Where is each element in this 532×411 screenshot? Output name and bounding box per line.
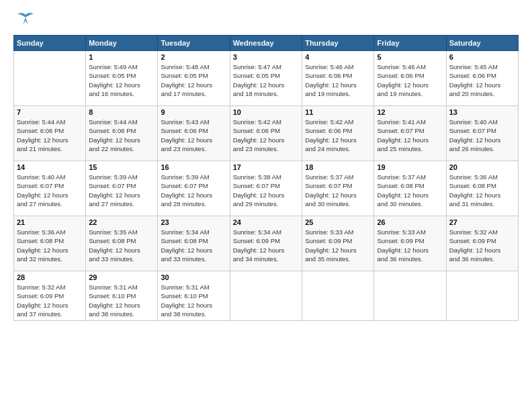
calendar-cell	[446, 271, 518, 321]
day-info: Sunrise: 5:46 AMSunset: 6:06 PMDaylight:…	[305, 62, 371, 98]
day-number: 21	[17, 218, 83, 226]
page: SundayMondayTuesdayWednesdayThursdayFrid…	[0, 0, 532, 411]
calendar: SundayMondayTuesdayWednesdayThursdayFrid…	[13, 35, 519, 321]
calendar-cell: 1Sunrise: 5:49 AMSunset: 6:05 PMDaylight…	[86, 51, 158, 106]
calendar-cell: 16Sunrise: 5:39 AMSunset: 6:07 PMDayligh…	[158, 161, 230, 216]
day-info: Sunrise: 5:44 AMSunset: 6:06 PMDaylight:…	[17, 118, 83, 153]
day-info: Sunrise: 5:36 AMSunset: 6:08 PMDaylight:…	[17, 228, 83, 263]
calendar-cell: 3Sunrise: 5:47 AMSunset: 6:05 PMDaylight…	[230, 51, 302, 106]
day-info: Sunrise: 5:31 AMSunset: 6:10 PMDaylight:…	[161, 283, 226, 318]
day-info: Sunrise: 5:42 AMSunset: 6:06 PMDaylight:…	[305, 118, 371, 153]
calendar-cell: 20Sunrise: 5:36 AMSunset: 6:08 PMDayligh…	[446, 161, 518, 216]
day-number: 28	[17, 273, 83, 281]
day-number: 19	[377, 163, 443, 171]
day-number: 22	[89, 218, 154, 226]
calendar-cell: 10Sunrise: 5:42 AMSunset: 6:06 PMDayligh…	[230, 106, 302, 161]
day-info: Sunrise: 5:40 AMSunset: 6:07 PMDaylight:…	[17, 173, 83, 208]
day-number: 30	[161, 273, 226, 281]
calendar-week-row: 14Sunrise: 5:40 AMSunset: 6:07 PMDayligh…	[14, 161, 519, 216]
day-number: 3	[233, 53, 299, 61]
day-number: 18	[305, 163, 371, 171]
calendar-cell: 24Sunrise: 5:34 AMSunset: 6:09 PMDayligh…	[230, 216, 302, 271]
day-info: Sunrise: 5:34 AMSunset: 6:09 PMDaylight:…	[233, 228, 299, 263]
day-number: 6	[449, 53, 515, 61]
header	[13, 12, 519, 30]
calendar-cell: 27Sunrise: 5:32 AMSunset: 6:09 PMDayligh…	[446, 216, 518, 271]
day-info: Sunrise: 5:39 AMSunset: 6:07 PMDaylight:…	[89, 173, 154, 208]
day-number: 16	[161, 163, 226, 171]
day-info: Sunrise: 5:34 AMSunset: 6:08 PMDaylight:…	[161, 228, 226, 263]
day-info: Sunrise: 5:37 AMSunset: 6:08 PMDaylight:…	[377, 173, 443, 208]
calendar-header-row: SundayMondayTuesdayWednesdayThursdayFrid…	[14, 36, 519, 51]
day-info: Sunrise: 5:46 AMSunset: 6:06 PMDaylight:…	[377, 62, 443, 98]
day-number: 23	[161, 218, 226, 226]
day-info: Sunrise: 5:40 AMSunset: 6:07 PMDaylight:…	[449, 118, 515, 153]
day-number: 1	[89, 53, 154, 61]
weekday-header: Wednesday	[230, 36, 302, 51]
day-number: 20	[449, 163, 515, 171]
calendar-cell: 9Sunrise: 5:43 AMSunset: 6:06 PMDaylight…	[158, 106, 230, 161]
calendar-cell: 15Sunrise: 5:39 AMSunset: 6:07 PMDayligh…	[86, 161, 158, 216]
calendar-cell: 5Sunrise: 5:46 AMSunset: 6:06 PMDaylight…	[374, 51, 446, 106]
calendar-week-row: 28Sunrise: 5:32 AMSunset: 6:09 PMDayligh…	[14, 271, 519, 321]
day-info: Sunrise: 5:39 AMSunset: 6:07 PMDaylight:…	[161, 173, 226, 208]
day-number: 5	[377, 53, 443, 61]
calendar-cell: 30Sunrise: 5:31 AMSunset: 6:10 PMDayligh…	[158, 271, 230, 321]
calendar-cell: 18Sunrise: 5:37 AMSunset: 6:07 PMDayligh…	[302, 161, 374, 216]
calendar-cell: 19Sunrise: 5:37 AMSunset: 6:08 PMDayligh…	[374, 161, 446, 216]
calendar-cell: 8Sunrise: 5:44 AMSunset: 6:06 PMDaylight…	[86, 106, 158, 161]
calendar-cell: 12Sunrise: 5:41 AMSunset: 6:07 PMDayligh…	[374, 106, 446, 161]
calendar-cell	[230, 271, 302, 321]
day-number: 2	[161, 53, 226, 61]
calendar-cell: 25Sunrise: 5:33 AMSunset: 6:09 PMDayligh…	[302, 216, 374, 271]
day-number: 14	[17, 163, 83, 171]
calendar-cell: 7Sunrise: 5:44 AMSunset: 6:06 PMDaylight…	[14, 106, 86, 161]
calendar-cell	[302, 271, 374, 321]
day-info: Sunrise: 5:49 AMSunset: 6:05 PMDaylight:…	[89, 62, 154, 98]
day-number: 7	[17, 108, 83, 116]
weekday-header: Friday	[374, 36, 446, 51]
calendar-cell: 28Sunrise: 5:32 AMSunset: 6:09 PMDayligh…	[14, 271, 86, 321]
day-info: Sunrise: 5:32 AMSunset: 6:09 PMDaylight:…	[449, 228, 515, 263]
calendar-week-row: 21Sunrise: 5:36 AMSunset: 6:08 PMDayligh…	[14, 216, 519, 271]
weekday-header: Saturday	[446, 36, 518, 51]
day-info: Sunrise: 5:32 AMSunset: 6:09 PMDaylight:…	[17, 283, 83, 318]
calendar-cell: 26Sunrise: 5:33 AMSunset: 6:09 PMDayligh…	[374, 216, 446, 271]
calendar-week-row: 1Sunrise: 5:49 AMSunset: 6:05 PMDaylight…	[14, 51, 519, 106]
calendar-cell	[14, 51, 86, 106]
weekday-header: Tuesday	[158, 36, 230, 51]
calendar-cell: 29Sunrise: 5:31 AMSunset: 6:10 PMDayligh…	[86, 271, 158, 321]
day-number: 13	[449, 108, 515, 116]
day-number: 9	[161, 108, 226, 116]
day-info: Sunrise: 5:33 AMSunset: 6:09 PMDaylight:…	[305, 228, 371, 263]
logo-bird-icon	[16, 12, 35, 30]
calendar-week-row: 7Sunrise: 5:44 AMSunset: 6:06 PMDaylight…	[14, 106, 519, 161]
day-number: 25	[305, 218, 371, 226]
day-info: Sunrise: 5:36 AMSunset: 6:08 PMDaylight:…	[449, 173, 515, 208]
logo	[13, 12, 35, 30]
calendar-cell: 23Sunrise: 5:34 AMSunset: 6:08 PMDayligh…	[158, 216, 230, 271]
day-number: 11	[305, 108, 371, 116]
day-info: Sunrise: 5:33 AMSunset: 6:09 PMDaylight:…	[377, 228, 443, 263]
calendar-cell: 11Sunrise: 5:42 AMSunset: 6:06 PMDayligh…	[302, 106, 374, 161]
day-info: Sunrise: 5:37 AMSunset: 6:07 PMDaylight:…	[305, 173, 371, 208]
day-number: 12	[377, 108, 443, 116]
calendar-cell: 13Sunrise: 5:40 AMSunset: 6:07 PMDayligh…	[446, 106, 518, 161]
day-number: 15	[89, 163, 154, 171]
calendar-cell	[374, 271, 446, 321]
day-info: Sunrise: 5:38 AMSunset: 6:07 PMDaylight:…	[233, 173, 299, 208]
day-info: Sunrise: 5:45 AMSunset: 6:06 PMDaylight:…	[449, 62, 515, 98]
calendar-cell: 2Sunrise: 5:48 AMSunset: 6:05 PMDaylight…	[158, 51, 230, 106]
day-number: 8	[89, 108, 154, 116]
calendar-cell: 21Sunrise: 5:36 AMSunset: 6:08 PMDayligh…	[14, 216, 86, 271]
day-info: Sunrise: 5:48 AMSunset: 6:05 PMDaylight:…	[161, 62, 226, 98]
day-info: Sunrise: 5:31 AMSunset: 6:10 PMDaylight:…	[89, 283, 154, 318]
day-info: Sunrise: 5:35 AMSunset: 6:08 PMDaylight:…	[89, 228, 154, 263]
weekday-header: Sunday	[14, 36, 86, 51]
weekday-header: Thursday	[302, 36, 374, 51]
day-number: 27	[449, 218, 515, 226]
day-number: 4	[305, 53, 371, 61]
day-number: 17	[233, 163, 299, 171]
calendar-cell: 14Sunrise: 5:40 AMSunset: 6:07 PMDayligh…	[14, 161, 86, 216]
day-number: 10	[233, 108, 299, 116]
